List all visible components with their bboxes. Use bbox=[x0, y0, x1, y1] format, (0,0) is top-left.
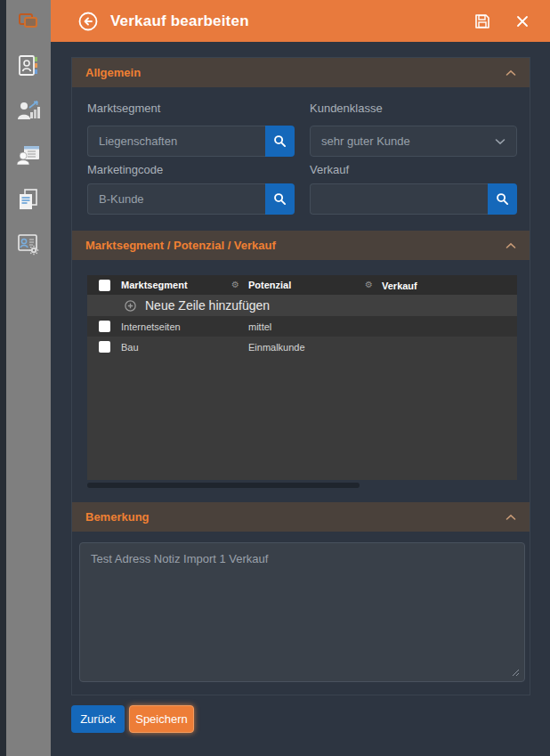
column-title: Potenzial bbox=[248, 280, 291, 290]
section-title-allgemein: Allgemein bbox=[85, 66, 141, 79]
marktsegment-field-group bbox=[87, 126, 295, 157]
contacts-icon[interactable] bbox=[16, 53, 41, 78]
column-title: Marktsegment bbox=[121, 280, 188, 290]
header-cell-verkauf: Verkauf bbox=[382, 277, 517, 293]
back-icon[interactable] bbox=[78, 12, 98, 31]
section-header-allgemein[interactable]: Allgemein bbox=[72, 58, 530, 87]
marketingcode-input[interactable] bbox=[87, 183, 265, 215]
search-icon bbox=[273, 192, 287, 206]
sidebar-nav bbox=[6, 0, 51, 256]
app-window: Verkauf bearbeiten Allgemein Marktsegmen… bbox=[0, 0, 550, 756]
marketingcode-field-group bbox=[87, 183, 295, 215]
kundenklasse-select[interactable]: sehr guter Kunde bbox=[310, 126, 517, 157]
row-checkbox-cell bbox=[87, 341, 121, 353]
app-logo-icon[interactable] bbox=[16, 9, 41, 34]
person-statistics-icon[interactable] bbox=[16, 98, 41, 123]
plus-circle-icon bbox=[125, 300, 136, 312]
section-header-bemerkung[interactable]: Bemerkung bbox=[72, 502, 530, 532]
row-checkbox-cell bbox=[87, 321, 121, 332]
marktsegment-input[interactable] bbox=[87, 126, 265, 157]
kundenklasse-selected-value: sehr guter Kunde bbox=[321, 134, 410, 148]
sidebar bbox=[0, 0, 51, 756]
add-row-button[interactable]: Neue Zeile hinzufügen bbox=[87, 295, 517, 316]
row-checkbox[interactable] bbox=[99, 341, 110, 353]
chevron-up-icon bbox=[506, 69, 516, 77]
label-kundenklasse: Kundenklasse bbox=[310, 102, 383, 115]
verkauf-field-group bbox=[310, 183, 517, 215]
chevron-up-icon bbox=[506, 242, 516, 249]
table-row[interactable]: Bau Einmalkunde bbox=[87, 337, 517, 357]
horizontal-scrollbar-thumb[interactable] bbox=[87, 483, 360, 488]
label-marketingcode: Marketingcode bbox=[87, 163, 163, 176]
column-title: Verkauf bbox=[382, 280, 417, 291]
column-gear-icon[interactable]: ⚙ bbox=[231, 280, 239, 289]
sidebar-edge-strip bbox=[0, 0, 6, 756]
header-checkbox-cell bbox=[87, 280, 121, 291]
label-verkauf: Verkauf bbox=[310, 163, 349, 176]
cell-potenzial: Einmalkunde bbox=[248, 342, 305, 353]
person-schedule-icon[interactable] bbox=[16, 142, 41, 167]
header-cell-marktsegment: Marktsegment ⚙ bbox=[121, 280, 248, 290]
column-gear-icon[interactable]: ⚙ bbox=[365, 280, 373, 289]
marketingcode-search-button[interactable] bbox=[265, 183, 295, 215]
potenzial-table: Marktsegment ⚙ Potenzial ⚙ Verkauf Neue … bbox=[87, 275, 517, 480]
header-cell-potenzial: Potenzial ⚙ bbox=[248, 280, 382, 290]
cell-marktsegment: Bau bbox=[121, 342, 139, 353]
save-button[interactable]: Speichern bbox=[129, 705, 194, 733]
form-card: Allgemein Marktsegment Kundenklasse sehr… bbox=[71, 57, 530, 695]
save-icon[interactable] bbox=[474, 13, 490, 29]
section-header-matrix[interactable]: Marktsegment / Potenzial / Verkauf bbox=[72, 231, 530, 260]
cell-potenzial: mittel bbox=[248, 321, 271, 332]
add-row-label: Neue Zeile hinzufügen bbox=[145, 298, 270, 313]
chevron-up-icon bbox=[506, 514, 516, 521]
verkauf-search-button[interactable] bbox=[488, 183, 517, 215]
page-title: Verkauf bearbeiten bbox=[110, 12, 249, 30]
resize-grip-icon[interactable] bbox=[511, 668, 520, 677]
table-row[interactable]: Internetseiten mittel bbox=[87, 316, 517, 337]
section-title-bemerkung: Bemerkung bbox=[85, 510, 150, 524]
close-icon[interactable] bbox=[515, 14, 530, 28]
verkauf-input[interactable] bbox=[310, 183, 488, 215]
documents-icon[interactable] bbox=[16, 187, 41, 212]
select-all-checkbox[interactable] bbox=[99, 280, 110, 291]
label-marktsegment: Marktsegment bbox=[87, 102, 160, 115]
table-header-row: Marktsegment ⚙ Potenzial ⚙ Verkauf bbox=[87, 275, 517, 295]
person-settings-icon[interactable] bbox=[16, 232, 41, 256]
titlebar: Verkauf bearbeiten bbox=[51, 0, 550, 42]
search-icon bbox=[273, 134, 287, 148]
section-title-matrix: Marktsegment / Potenzial / Verkauf bbox=[85, 239, 276, 252]
search-icon bbox=[496, 192, 509, 206]
back-button[interactable]: Zurück bbox=[71, 705, 125, 733]
row-checkbox[interactable] bbox=[99, 321, 110, 332]
bemerkung-textarea[interactable]: Test Adress Notiz Import 1 Verkauf bbox=[79, 542, 525, 682]
marktsegment-search-button[interactable] bbox=[265, 126, 295, 157]
cell-marktsegment: Internetseiten bbox=[121, 321, 181, 332]
chevron-down-icon bbox=[495, 138, 506, 145]
